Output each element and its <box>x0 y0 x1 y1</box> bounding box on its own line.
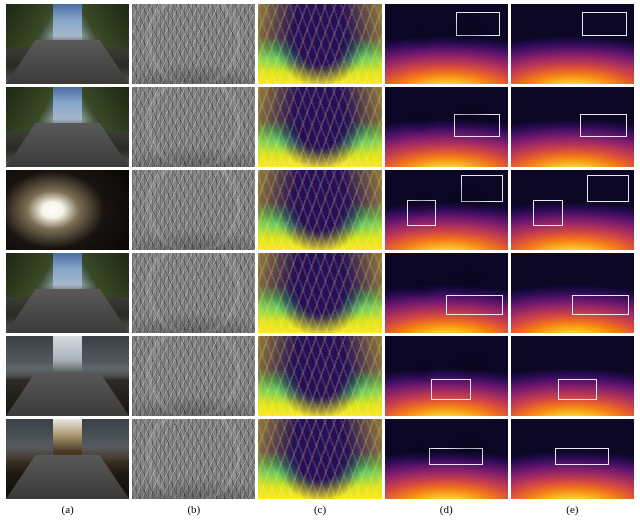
panel-r5-b <box>132 336 255 416</box>
panel-r1-a <box>6 4 129 84</box>
panel-r2-b <box>132 87 255 167</box>
figure: (a) (b) (c) (d) (e) <box>0 0 640 523</box>
panel-r2-e <box>511 87 634 167</box>
highlight-box <box>580 114 627 136</box>
panel-r5-a <box>6 336 129 416</box>
panel-r3-e <box>511 170 634 250</box>
panel-r4-a <box>6 253 129 333</box>
panel-r4-b <box>132 253 255 333</box>
highlight-box <box>587 175 629 202</box>
panel-r1-e <box>511 4 634 84</box>
panel-r5-d <box>385 336 508 416</box>
column-label-c: (c) <box>258 502 381 515</box>
panel-r4-d <box>385 253 508 333</box>
panel-r3-d <box>385 170 508 250</box>
panel-r6-b <box>132 419 255 499</box>
highlight-box <box>456 12 500 36</box>
panel-r1-d <box>385 4 508 84</box>
panel-r6-e <box>511 419 634 499</box>
panel-r4-e <box>511 253 634 333</box>
panel-r1-b <box>132 4 255 84</box>
panel-r6-c <box>258 419 381 499</box>
highlight-box <box>461 175 503 202</box>
highlight-box <box>572 295 629 316</box>
column-label-d: (d) <box>385 502 508 515</box>
panel-r2-c <box>258 87 381 167</box>
highlight-box <box>429 448 483 466</box>
column-label-b: (b) <box>132 502 255 515</box>
highlight-box <box>454 114 501 136</box>
column-label-e: (e) <box>511 502 634 515</box>
panel-r5-e <box>511 336 634 416</box>
panel-r3-c <box>258 170 381 250</box>
figure-grid: (a) (b) (c) (d) (e) <box>6 4 634 515</box>
highlight-box <box>582 12 626 36</box>
highlight-box <box>555 448 609 466</box>
panel-r6-a <box>6 419 129 499</box>
highlight-box <box>558 379 597 400</box>
panel-r2-a <box>6 87 129 167</box>
panel-r3-a <box>6 170 129 250</box>
highlight-box <box>431 379 470 400</box>
highlight-box <box>446 295 503 316</box>
panel-r5-c <box>258 336 381 416</box>
highlight-box <box>407 200 437 226</box>
panel-r6-d <box>385 419 508 499</box>
panel-r4-c <box>258 253 381 333</box>
panel-r1-c <box>258 4 381 84</box>
panel-r2-d <box>385 87 508 167</box>
column-label-a: (a) <box>6 502 129 515</box>
highlight-box <box>533 200 563 226</box>
panel-r3-b <box>132 170 255 250</box>
